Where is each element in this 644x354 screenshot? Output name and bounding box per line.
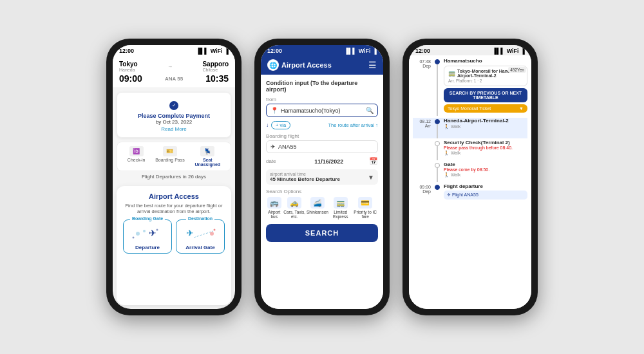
arrival-card-title: Arrival Gate: [179, 245, 222, 250]
timeline: 07:48 Dep Hamamatsucho 🚃: [409, 55, 531, 206]
arrival-illustration: ✈: [179, 224, 222, 243]
ticket-button[interactable]: Tokyo Monorail Ticket ▼: [444, 104, 527, 113]
svg-point-7: [214, 228, 216, 230]
checkin-label: Check-in: [128, 158, 146, 162]
via-button[interactable]: + via: [271, 121, 290, 129]
security-note: Please pass through before 08:40.: [444, 145, 527, 150]
ticket-chevron: ▼: [519, 106, 524, 111]
menu-icon[interactable]: ☰: [368, 60, 377, 70]
shinkansen-icon: 🚄: [310, 197, 325, 209]
bus-label: Airport bus: [266, 210, 283, 219]
timeline-row-4: Gate Please come by 08:50. 🚶 Walk: [413, 162, 527, 182]
timeline-row-5: 09:00 Dep Flight departure ✈ Flight ANA5…: [413, 183, 527, 202]
time-3: 12:00: [415, 48, 430, 54]
time-2: 12:00: [267, 48, 282, 54]
boarding-icon: 🎫: [163, 146, 177, 156]
from-input[interactable]: 📍 Hamamatsucho(Tokyo) 🔍: [266, 104, 378, 117]
boarding-label: Boarding flight: [266, 133, 378, 139]
arrival-time-label: airport arrival time: [270, 172, 340, 176]
check-icon: ✓: [169, 101, 178, 110]
seat-sub: Unassigned: [194, 162, 220, 167]
ic-icon: 💳: [358, 197, 372, 209]
bus-icon: 🚌: [267, 197, 281, 209]
from-sub: Haneda: [119, 68, 138, 72]
time-arr-2: 08.12 Arr: [413, 118, 433, 128]
wifi-1: WiFi: [211, 48, 223, 54]
option-taxi[interactable]: 🚕 Cars, Taxis, etc.: [283, 197, 307, 219]
flight-card: ✈ Flight ANA55: [444, 191, 527, 200]
option-limited[interactable]: 🚃 Limited Express: [328, 197, 353, 219]
location-icon: 📍: [270, 107, 278, 114]
svg-text:✈: ✈: [149, 228, 156, 238]
search-options-title: Search Options: [266, 189, 378, 194]
calendar-icon[interactable]: 📅: [369, 157, 378, 165]
aa-desc: Find the best route for your departure f…: [123, 203, 225, 214]
chevron-down-icon: ▼: [368, 174, 374, 181]
seat-action[interactable]: 💺 Seat Unassigned: [194, 146, 220, 167]
departure-card[interactable]: Boarding Gate ✈ Departure: [123, 219, 172, 254]
departure-card-title: Departure: [126, 245, 169, 250]
walk-2: 🚶 Walk: [444, 150, 527, 156]
time-dep-5: 09:00 Dep: [413, 183, 433, 194]
station-2-content: Haneda-Airport-Terminal-2 🚶 Walk: [441, 118, 527, 133]
search-button[interactable]: SEARCH: [266, 224, 378, 242]
route-arrow: →: [167, 64, 173, 70]
arrival-card[interactable]: Destination ✈ Arrival Gate: [176, 219, 225, 254]
status-bar-2: 12:00 ▐▌▌ WiFi ▐: [261, 45, 383, 55]
globe-icon: 🌐: [267, 59, 279, 71]
checkin-action[interactable]: 🆔 Check-in: [128, 146, 146, 167]
departure-card-label: Boarding Gate: [130, 216, 165, 221]
option-ic[interactable]: 💳 Priority to IC fare: [352, 197, 378, 219]
phone2-title: Airport Access: [281, 61, 332, 69]
arrive-time: 10:35: [205, 73, 229, 84]
payment-date: by Oct 23, 2022: [122, 119, 225, 125]
timetable-button[interactable]: SEARCH BY PREVIOUS OR NEXT TIMETABLE: [444, 88, 527, 102]
station-1-content: Hamamatsucho 🚃 Tokyo-Monorail for Haneda…: [441, 58, 527, 116]
boarding-input[interactable]: ✈ ANA55: [266, 140, 378, 153]
payment-banner[interactable]: ✓ Please Complete Payment by Oct 23, 202…: [117, 92, 231, 138]
phone-3: 12:00 ▐▌▌ WiFi ▐ 07:48 Dep: [402, 39, 538, 315]
departure-label: Flight Departures in 26 days: [113, 171, 235, 182]
ic-label: Priority to IC fare: [352, 210, 378, 219]
option-shinkansen[interactable]: 🚄 Shinkansen: [307, 197, 328, 219]
depart-time: 09:00: [119, 73, 142, 84]
dot-5: [435, 185, 440, 190]
station-3: Security Check(Terminal 2): [444, 140, 527, 145]
date-label: date: [266, 158, 276, 164]
phone-1: 12:00 ▐▌▌ WiFi ▐ Tokyo Haneda → Sapporo: [106, 39, 242, 315]
search-options: 🚌 Airport bus 🚕 Cars, Taxis, etc. 🚄 Shin…: [266, 197, 378, 219]
dot-3: [435, 141, 440, 146]
to-city: Sapporo: [202, 61, 229, 68]
aa-title: Airport Access: [123, 192, 225, 200]
option-bus[interactable]: 🚌 Airport bus: [266, 197, 283, 219]
payment-link[interactable]: Read More: [122, 126, 225, 132]
time-4-empty: [413, 162, 433, 163]
boarding-action[interactable]: 🎫 Boarding Pass: [155, 146, 185, 167]
status-bar-1: 12:00 ▐▌▌ WiFi ▐: [113, 45, 235, 55]
svg-point-3: [133, 236, 135, 238]
time-3-empty: [413, 140, 433, 141]
taxi-icon: 🚕: [287, 197, 301, 209]
from-city: Tokyo: [119, 61, 138, 68]
flight-number: ANA 55: [165, 76, 183, 82]
svg-point-5: [210, 232, 214, 236]
date-value: 11/16/2022: [314, 158, 343, 165]
price-badge: 492Yen: [508, 67, 526, 73]
station-4-content: Gate Please come by 08:50. 🚶 Walk: [441, 162, 527, 181]
arrival-time-value: 45 Minutes Before Departure: [270, 176, 340, 182]
dot-1: [435, 59, 440, 64]
phone-2: 12:00 ▐▌▌ WiFi ▐ 🌐 Airport Access ☰ Cond…: [254, 39, 390, 315]
dot-2: [435, 119, 440, 124]
search-icon: 🔍: [366, 107, 374, 114]
boarding-value: ANA55: [278, 144, 297, 150]
ticket-label: Tokyo Monorail Ticket: [448, 106, 491, 111]
action-icons: 🆔 Check-in 🎫 Boarding Pass 💺 Seat Unassi…: [117, 142, 231, 171]
gate-note: Please come by 08:50.: [444, 167, 527, 172]
from-value: Hamamatsucho(Tokyo): [278, 107, 366, 114]
station-5-content: Flight departure ✈ Flight ANA55: [441, 183, 527, 202]
time-1: 12:00: [119, 48, 134, 54]
arrival-time-row[interactable]: airport arrival time 45 Minutes Before D…: [266, 169, 378, 185]
timeline-row-3: Security Check(Terminal 2) Please pass t…: [413, 140, 527, 160]
payment-title: Please Complete Payment: [122, 113, 225, 119]
departure-illustration: ✈: [126, 224, 169, 243]
